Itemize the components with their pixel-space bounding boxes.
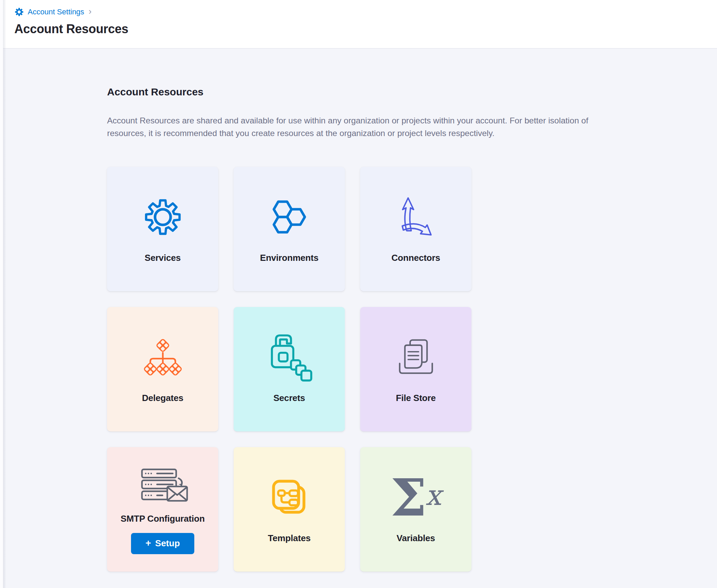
smtp-servers-mail-icon (137, 465, 188, 509)
setup-button[interactable]: + Setup (131, 533, 194, 554)
card-delegates[interactable]: Delegates (107, 307, 218, 431)
card-variables[interactable]: Σ x Variables (360, 447, 471, 572)
templates-stack-icon (270, 476, 309, 519)
environments-hexagons-icon (269, 195, 310, 239)
setup-button-label: Setup (155, 538, 180, 549)
services-gear-icon (143, 195, 182, 239)
main-content: Account Resources Account Resources are … (0, 49, 717, 572)
chevron-right-icon: › (89, 6, 92, 17)
card-label: Variables (396, 533, 435, 544)
connectors-arrows-icon (395, 195, 436, 239)
card-label: SMTP Configuration (121, 513, 205, 524)
resource-card-grid: Services Environments Connectors (107, 167, 717, 572)
file-store-documents-icon (395, 335, 437, 379)
card-label: Delegates (142, 393, 183, 403)
card-templates[interactable]: Templates (234, 447, 345, 572)
card-label: Connectors (391, 253, 440, 263)
settings-gear-icon (14, 7, 24, 17)
breadcrumb: Account Settings › (14, 6, 717, 18)
delegates-tree-icon (142, 335, 184, 379)
variables-sigma-icon: Σ x (390, 476, 441, 519)
card-secrets[interactable]: Secrets (234, 307, 345, 431)
sigma-glyph: Σ (390, 472, 427, 523)
card-filestore[interactable]: File Store (360, 307, 471, 431)
card-smtp-configuration[interactable]: SMTP Configuration + Setup (107, 447, 218, 572)
plus-icon: + (145, 538, 151, 549)
page-header: Account Settings › Account Resources (0, 0, 717, 49)
card-services[interactable]: Services (107, 167, 218, 291)
page-title: Account Resources (14, 22, 717, 36)
card-label: File Store (396, 393, 435, 403)
card-label: Services (145, 253, 181, 263)
breadcrumb-label: Account Settings (28, 8, 84, 16)
breadcrumb-account-settings-link[interactable]: Account Settings (14, 7, 84, 17)
card-label: Templates (268, 533, 311, 544)
card-environments[interactable]: Environments (234, 167, 345, 291)
section-heading: Account Resources (107, 86, 717, 98)
card-label: Secrets (273, 393, 305, 403)
card-connectors[interactable]: Connectors (360, 167, 471, 291)
x-glyph: x (425, 481, 441, 509)
card-label: Environments (260, 253, 318, 263)
secrets-lock-icon (265, 335, 313, 379)
section-description: Account Resources are shared and availab… (107, 114, 612, 139)
